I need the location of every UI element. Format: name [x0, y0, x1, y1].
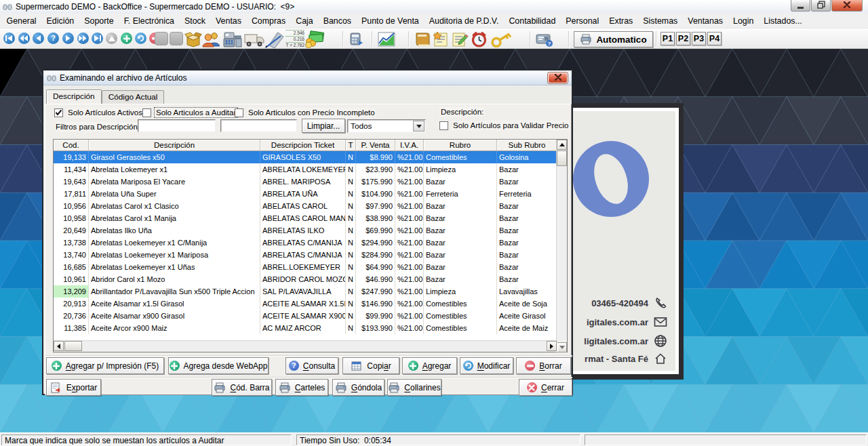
column-header-descripci-n[interactable]: Descripción [89, 140, 260, 151]
button-agregar-p-impresi-n-f5[interactable]: Agregar p/ Impresión (F5) [46, 357, 164, 374]
table-row[interactable]: 13,209Abrillantador P/Lavavajilla Sun x5… [54, 285, 557, 298]
toolbar-nav-prev-button[interactable] [33, 33, 44, 44]
table-row[interactable]: 17,811Abrelata Uña SuperABRELATA UÑAN$10… [54, 188, 557, 200]
menu-item-sistemas[interactable]: Sistemas [638, 14, 683, 28]
toolbar-calculator-icon[interactable] [348, 31, 364, 47]
toolbar-access-key-icon[interactable] [491, 31, 513, 47]
toolbar-alarm-clock-icon[interactable] [471, 31, 488, 47]
toolbar-sq-help-icon[interactable]: ? [536, 31, 553, 47]
preset-button-p1[interactable]: P1 [660, 32, 675, 45]
restore-button[interactable] [811, 0, 831, 12]
button-collarines[interactable]: Collarines [387, 379, 441, 396]
minimize-button[interactable] [791, 0, 810, 12]
filter-input-1[interactable] [138, 119, 216, 132]
table-row[interactable]: 13,738Abrelatas Loekemeyer x1 C/ManijaAB… [54, 237, 557, 249]
toolbar-refresh-button[interactable] [135, 33, 146, 44]
toolbar-cash-register-icon[interactable] [222, 30, 243, 48]
button-cerrar[interactable]: Cerrar [519, 379, 572, 396]
table-row[interactable]: 20,913Aceite Alsamar x1.5l GirasolACEITE… [54, 298, 557, 310]
toolbar-placeholder-button-1[interactable] [155, 32, 168, 45]
toolbar-nav-forward-button[interactable] [77, 33, 89, 44]
menu-item-listados[interactable]: Listados... [759, 14, 807, 28]
preset-button-p2[interactable]: P2 [676, 32, 690, 45]
vertical-scrollbar[interactable] [556, 140, 567, 353]
button-agrega-desde-webapp[interactable]: Agrega desde WebApp [168, 357, 269, 374]
toolbar-nav-rewind-button[interactable] [18, 33, 30, 44]
toolbar-nav-first-button[interactable] [3, 33, 15, 44]
column-header-rubro[interactable]: Rubro [424, 140, 497, 151]
preset-button-p4[interactable]: P4 [707, 32, 722, 45]
preset-button-p3[interactable]: P3 [692, 32, 706, 45]
column-header-t[interactable]: T [346, 140, 356, 151]
horizontal-scroll-thumb[interactable] [64, 341, 82, 351]
checkbox-solo-articulos-activos[interactable]: Solo Artículos Activos [54, 108, 144, 117]
menu-item-contabilidad[interactable]: Contabilidad [504, 14, 561, 28]
column-header-cod[interactable]: Cod. [54, 140, 89, 151]
menu-item-edici-n[interactable]: Edición [41, 14, 79, 28]
menu-item-auditoria-de-p-d-v[interactable]: Auditoria de P.D.V. [424, 14, 504, 28]
toolbar-products-box-icon[interactable] [184, 31, 202, 48]
scroll-left-button[interactable] [54, 341, 64, 351]
table-row[interactable]: 10,958Abrelatas Carol x1 ManijaABELATAS … [54, 212, 557, 224]
toolbar-nav-help-button[interactable]: ? [47, 33, 59, 44]
toolbar-add-button[interactable] [121, 33, 132, 44]
button-agregar[interactable]: Agregar [402, 357, 457, 374]
button-borrar[interactable]: Borrar [516, 357, 571, 374]
toolbar-nav-last-button[interactable] [92, 33, 103, 44]
horizontal-scrollbar[interactable] [54, 340, 557, 352]
button-consulta[interactable]: ?Consulta [285, 357, 338, 374]
toolbar-delivery-truck-icon[interactable] [244, 31, 264, 48]
table-row[interactable]: 19,643Abrelata Mariposa El YacareABREL. … [54, 176, 557, 188]
column-header-i-v-a[interactable]: I.V.A. [395, 140, 424, 151]
button-exportar[interactable]: Exportar [46, 379, 101, 396]
button-c-d-barra[interactable]: Cód. Barra [212, 379, 272, 396]
menu-item-punto-de-venta[interactable]: Punto de Venta [357, 14, 425, 28]
menu-item-general[interactable]: General [1, 14, 41, 28]
toolbar-money-icon[interactable] [304, 31, 325, 48]
button-g-ndola[interactable]: Góndola [332, 379, 384, 396]
toolbar-nav-up-button[interactable] [106, 33, 117, 44]
tab-descripcion[interactable]: Descripción [46, 89, 102, 104]
column-header-p-venta[interactable]: P. Venta [356, 140, 395, 151]
menu-item-caja[interactable]: Caja [291, 14, 318, 28]
menu-item-bancos[interactable]: Bancos [318, 14, 356, 28]
toolbar-users-icon[interactable] [202, 31, 221, 48]
table-row[interactable]: 11,434Abrelata Lokemeyer x1ABRELATA LOKE… [54, 163, 557, 176]
menu-item-ventanas[interactable]: Ventanas [683, 14, 728, 28]
scroll-up-button[interactable] [557, 140, 567, 150]
table-row[interactable]: 13,740Abrelatas Loekemeyer x1 MariposaAB… [54, 249, 557, 261]
toolbar-placeholder-button-2[interactable] [170, 32, 183, 45]
toolbar-nav-next-button[interactable] [62, 33, 74, 44]
close-button[interactable] [831, 0, 863, 12]
menu-item-soporte[interactable]: Soporte [79, 14, 119, 28]
button-copiar[interactable]: Copiar [342, 357, 399, 374]
table-row[interactable]: 16,685Abrelatas Loekemeyer x1 UñasABREL.… [54, 261, 557, 273]
button-modificar[interactable]: Modificar [460, 357, 513, 374]
filter-combo-todos[interactable]: Todos [347, 119, 426, 133]
checkbox-solo-articulos-precio-incompleto[interactable]: Solo Articulos con Precio Incompleto [235, 108, 376, 117]
button-carteles[interactable]: Carteles [275, 379, 328, 396]
table-row[interactable]: 19,133Girasol Gerasoles x50GIRASOLES X50… [54, 151, 557, 163]
vertical-scroll-thumb[interactable] [557, 150, 567, 166]
table-row[interactable]: 20,649Abrelatas Ilko UñaABRELATAS ILKON$… [54, 224, 557, 237]
toolbar-sales-chart-icon[interactable] [377, 31, 396, 47]
toolbar-note-star-icon[interactable] [432, 31, 450, 47]
tab-codigo-actual[interactable]: Código Actual [102, 90, 165, 104]
menu-item-login[interactable]: Login [728, 14, 758, 28]
checkbox-solo-articulos-validar-precio[interactable]: Solo Artículos para Validar Precio [439, 121, 570, 130]
table-row[interactable]: 20,736Aceite Alsamar x900 GirasolACEITE … [54, 310, 557, 322]
limpiar-button[interactable]: Limpiar... [302, 119, 345, 133]
scroll-right-button[interactable] [547, 341, 557, 351]
toolbar-note-edit-icon[interactable] [451, 31, 469, 47]
toolbar-price-ruler-icon[interactable] [264, 30, 285, 48]
scroll-down-button[interactable] [557, 342, 567, 352]
table-row[interactable]: 10,961Abridor Carol x1 MozoABRIDOR CAROL… [54, 273, 557, 285]
automatico-button[interactable]: Automatico [574, 31, 653, 47]
column-header-sub-rubro[interactable]: Sub Rubro [497, 140, 557, 151]
menu-item-extras[interactable]: Extras [604, 14, 638, 28]
checkbox-solo-articulos-a-auditar[interactable]: Solo Articulos a Auditar [142, 108, 237, 117]
filter-input-2[interactable] [220, 119, 297, 132]
dialog-titlebar[interactable]: Examinando el archivo de Artículos [43, 70, 572, 85]
menu-item-stock[interactable]: Stock [180, 14, 211, 28]
dialog-close-button[interactable] [548, 73, 568, 83]
